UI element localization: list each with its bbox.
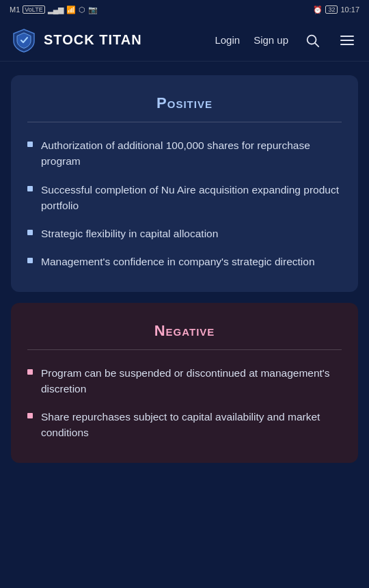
positive-section: Positive Authorization of additional 100… [11, 75, 358, 292]
status-left: M1 VoLTE ▂▄▆ 📶 ⬡ 📷 [10, 5, 98, 14]
wifi-icon: 📶 [66, 5, 76, 14]
search-icon [305, 33, 320, 48]
volte-badge: VoLTE [23, 5, 44, 14]
negative-list-item: Program can be suspended or discontinued… [27, 365, 342, 397]
negative-divider [27, 349, 342, 350]
battery-label: 32 [325, 5, 338, 14]
navbar: STOCK TITAN Login Sign up [0, 19, 369, 62]
negative-bullet-list: Program can be suspended or discontinued… [27, 365, 342, 441]
status-bar: M1 VoLTE ▂▄▆ 📶 ⬡ 📷 ⏰ 32 10:17 [0, 0, 369, 19]
positive-item-text: Authorization of additional 100,000 shar… [41, 137, 342, 170]
negative-section-title: Negative [27, 322, 342, 340]
positive-bullet-square [27, 258, 33, 263]
positive-bullet-square [27, 230, 33, 235]
positive-item-text: Successful completion of Nu Aire acquisi… [41, 182, 342, 214]
negative-section: Negative Program can be suspended or dis… [11, 303, 358, 463]
logo-area: STOCK TITAN [11, 27, 215, 53]
nav-links: Login Sign up [215, 29, 358, 51]
positive-divider [27, 122, 342, 122]
carrier-label: M1 [10, 5, 20, 14]
positive-list-item: Successful completion of Nu Aire acquisi… [27, 182, 342, 214]
instagram-icon: 📷 [88, 5, 98, 14]
positive-item-text: Strategic flexibility in capital allocat… [41, 226, 218, 241]
logo-text: STOCK TITAN [44, 32, 142, 48]
positive-list-item: Strategic flexibility in capital allocat… [27, 226, 342, 241]
positive-bullet-list: Authorization of additional 100,000 shar… [27, 137, 342, 270]
main-content: Positive Authorization of additional 100… [0, 62, 369, 477]
positive-section-title: Positive [27, 94, 342, 112]
negative-item-text: Share repurchases subject to capital ava… [41, 409, 342, 441]
bluetooth-icon: ⬡ [79, 5, 85, 14]
negative-bullet-square [27, 413, 33, 418]
positive-list-item: Management's confidence in company's str… [27, 254, 342, 269]
svg-line-1 [315, 43, 318, 46]
signal-icon: ▂▄▆ [48, 5, 64, 14]
positive-bullet-square [27, 186, 33, 191]
menu-button[interactable] [336, 29, 358, 51]
search-button[interactable] [302, 30, 323, 51]
time-label: 10:17 [340, 5, 359, 14]
positive-bullet-square [27, 142, 33, 147]
positive-list-item: Authorization of additional 100,000 shar… [27, 137, 342, 170]
alarm-icon: ⏰ [313, 5, 323, 14]
negative-list-item: Share repurchases subject to capital ava… [27, 409, 342, 441]
positive-item-text: Management's confidence in company's str… [41, 254, 315, 269]
menu-icon [339, 32, 355, 49]
signup-link[interactable]: Sign up [254, 34, 288, 46]
status-right: ⏰ 32 10:17 [313, 5, 359, 14]
logo-icon [11, 27, 37, 53]
negative-bullet-square [27, 369, 33, 375]
negative-item-text: Program can be suspended or discontinued… [41, 365, 342, 397]
login-link[interactable]: Login [215, 34, 240, 46]
